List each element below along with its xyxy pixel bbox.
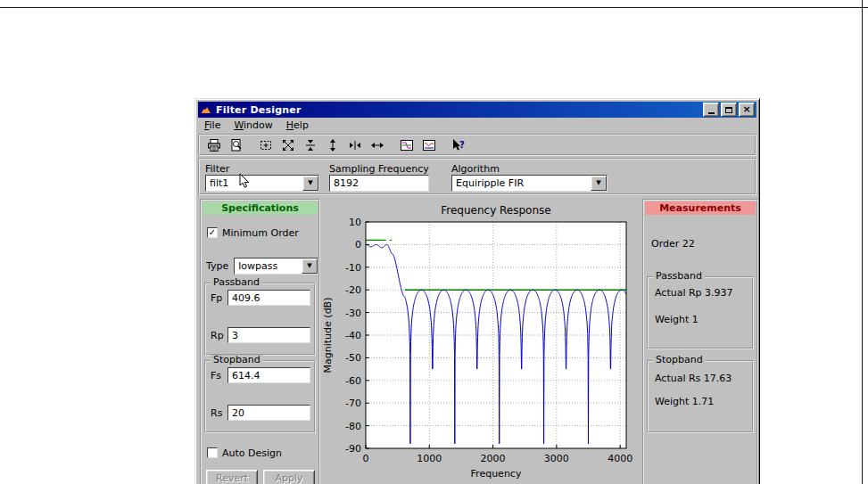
zoom-window-button[interactable] bbox=[255, 136, 276, 154]
parameter-strip: Filter filt1 ▼ Sampling Frequency 8192 A… bbox=[198, 158, 756, 195]
type-select-dropdown-button[interactable]: ▼ bbox=[302, 258, 318, 274]
zoom-out-y-button[interactable] bbox=[322, 136, 343, 154]
passband-groupbox: Passband Fp 409.6 Rp 3 bbox=[204, 283, 316, 356]
title-bar[interactable]: Filter Designer × bbox=[198, 102, 756, 118]
rp-label: Rp bbox=[211, 330, 227, 341]
svg-text:10: 10 bbox=[349, 217, 361, 228]
algorithm-label: Algorithm bbox=[451, 163, 500, 175]
specifications-panel: Specifications ✓ Minimum Order Type lowp… bbox=[200, 199, 320, 484]
svg-text:0: 0 bbox=[355, 239, 361, 250]
auto-design-row: ✓ Auto Design bbox=[207, 447, 318, 459]
zoom-in-y-button[interactable] bbox=[300, 136, 320, 154]
menu-help[interactable]: Help bbox=[286, 119, 309, 131]
type-row: Type lowpass ▼ bbox=[206, 258, 318, 275]
action-buttons: Revert Apply bbox=[206, 470, 318, 484]
fs-row: Fs 614.4 bbox=[211, 367, 310, 383]
algorithm-select-value: Equiripple FIR bbox=[452, 177, 591, 189]
svg-text:-50: -50 bbox=[345, 352, 361, 364]
measurements-panel: Measurements Order 22 Passband Actual Rp… bbox=[642, 199, 758, 484]
passband-view-icon bbox=[400, 138, 414, 152]
menu-file[interactable]: File bbox=[204, 119, 220, 131]
print-icon bbox=[207, 138, 221, 152]
svg-text:?: ? bbox=[459, 140, 465, 150]
measured-passband-title: Passband bbox=[653, 271, 705, 282]
auto-design-checkbox[interactable]: ✓ bbox=[207, 447, 218, 458]
svg-text:-70: -70 bbox=[345, 398, 361, 409]
menu-file-rest: ile bbox=[210, 119, 221, 131]
type-select-value: lowpass bbox=[235, 260, 302, 272]
zoom-out-x-icon bbox=[370, 138, 384, 152]
actual-rp-value: Actual Rp 3.937 bbox=[655, 287, 733, 299]
chevron-down-icon: ▼ bbox=[307, 263, 311, 269]
filter-label: Filter bbox=[205, 163, 229, 175]
zoom-out-y-icon bbox=[326, 138, 340, 152]
revert-button[interactable]: Revert bbox=[206, 470, 258, 484]
fs-input[interactable]: 614.4 bbox=[227, 367, 310, 383]
sampling-frequency-input[interactable]: 8192 bbox=[329, 175, 429, 192]
menu-help-rest: elp bbox=[293, 119, 309, 131]
context-help-icon: ? bbox=[451, 138, 466, 152]
fp-label: Fp bbox=[211, 292, 227, 304]
actual-rs-value: Actual Rs 17.63 bbox=[655, 373, 732, 384]
frequency-response-chart[interactable]: 01000200030004000100-10-20-30-40-50-60-7… bbox=[319, 197, 641, 484]
overlay-response-button[interactable] bbox=[418, 136, 439, 154]
zoom-in-x-button[interactable] bbox=[344, 136, 365, 154]
rp-value: 3 bbox=[228, 330, 310, 341]
print-preview-button[interactable] bbox=[226, 136, 246, 154]
context-help-button[interactable]: ? bbox=[448, 136, 468, 154]
algorithm-select-dropdown-button[interactable]: ▼ bbox=[591, 176, 607, 191]
minimum-order-checkbox[interactable]: ✓ bbox=[207, 227, 218, 238]
app-icon[interactable] bbox=[200, 103, 212, 116]
fp-input[interactable]: 409.6 bbox=[227, 290, 310, 306]
rs-label: Rs bbox=[211, 407, 227, 419]
svg-text:0: 0 bbox=[363, 453, 369, 464]
type-select[interactable]: lowpass ▼ bbox=[234, 258, 318, 275]
fp-value: 409.6 bbox=[228, 292, 310, 304]
filter-select[interactable]: filt1 ▼ bbox=[205, 175, 319, 192]
filter-designer-window: Filter Designer × File Window Help bbox=[194, 98, 760, 484]
auto-design-label: Auto Design bbox=[222, 447, 282, 459]
zoom-in-x-icon bbox=[348, 138, 362, 152]
passband-view-button[interactable] bbox=[396, 136, 417, 154]
full-view-button[interactable] bbox=[277, 136, 298, 154]
stopband-group-title: Stopband bbox=[211, 355, 263, 365]
minimize-button[interactable] bbox=[703, 103, 719, 117]
menu-bar: File Window Help bbox=[198, 118, 756, 133]
zoom-out-x-button[interactable] bbox=[367, 136, 387, 154]
order-value: Order 22 bbox=[651, 238, 756, 250]
rp-row: Rp 3 bbox=[211, 327, 310, 343]
svg-text:-20: -20 bbox=[345, 284, 361, 296]
svg-text:Magnitude (dB): Magnitude (dB) bbox=[322, 298, 334, 373]
check-icon: ✓ bbox=[209, 228, 216, 237]
svg-text:2000: 2000 bbox=[481, 453, 506, 464]
rs-input[interactable]: 20 bbox=[227, 405, 310, 421]
rp-input[interactable]: 3 bbox=[227, 327, 310, 343]
menu-help-accel: H bbox=[286, 119, 293, 131]
measured-stopband-title: Stopband bbox=[653, 355, 706, 365]
svg-text:-10: -10 bbox=[345, 262, 361, 274]
apply-button[interactable]: Apply bbox=[263, 470, 315, 484]
measured-passband-groupbox: Passband Actual Rp 3.937 Weight 1 bbox=[647, 276, 754, 349]
fs-value: 614.4 bbox=[228, 370, 310, 381]
maximize-button[interactable] bbox=[721, 103, 737, 117]
filter-select-dropdown-button[interactable]: ▼ bbox=[302, 176, 318, 191]
zoom-window-icon bbox=[259, 138, 273, 152]
passband-weight-value: Weight 1 bbox=[655, 314, 699, 325]
measurements-header: Measurements bbox=[645, 201, 756, 215]
fp-row: Fp 409.6 bbox=[211, 290, 310, 306]
specifications-header: Specifications bbox=[203, 201, 318, 215]
algorithm-select[interactable]: Equiripple FIR ▼ bbox=[451, 175, 608, 192]
print-button[interactable] bbox=[203, 136, 224, 154]
page-rule-top bbox=[0, 7, 868, 8]
menu-window[interactable]: Window bbox=[234, 119, 272, 131]
svg-text:Frequency: Frequency bbox=[471, 468, 522, 480]
chevron-down-icon: ▼ bbox=[596, 180, 600, 186]
mouse-cursor-icon bbox=[239, 173, 250, 189]
svg-text:-60: -60 bbox=[345, 375, 361, 387]
overlay-response-icon bbox=[422, 138, 436, 152]
rs-value: 20 bbox=[228, 407, 310, 419]
minimum-order-row: ✓ Minimum Order bbox=[207, 226, 318, 239]
close-button[interactable]: × bbox=[739, 103, 755, 117]
window-title: Filter Designer bbox=[216, 104, 701, 116]
svg-text:-40: -40 bbox=[345, 330, 361, 341]
